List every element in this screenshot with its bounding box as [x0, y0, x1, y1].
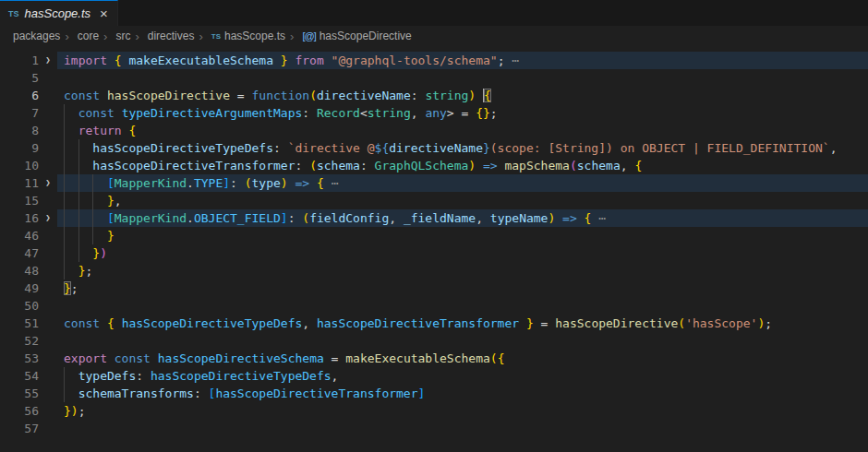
fold-chevron-icon[interactable]: ❯: [39, 209, 57, 227]
code-line[interactable]: 51const { hasScopeDirectiveTypeDefs, has…: [0, 315, 868, 332]
token: }: [92, 246, 100, 260]
token: ): [468, 89, 476, 102]
code-line[interactable]: 55 schemaTransforms: [hasScopeDirectiveT…: [0, 385, 868, 402]
code-line[interactable]: 10 hasScopeDirectiveTransformer: (schema…: [0, 157, 868, 174]
token: =: [230, 89, 251, 102]
tab-hasscope[interactable]: TS hasScope.ts ×: [0, 0, 118, 26]
token: GraphQLSchema: [375, 159, 469, 172]
token: [555, 211, 562, 225]
breadcrumb-item[interactable]: ›TShasScope.ts: [194, 30, 285, 43]
token: [: [107, 176, 115, 190]
code-line[interactable]: 53export const hasScopeDirectiveSchema =…: [0, 350, 868, 367]
close-icon[interactable]: ×: [100, 6, 108, 20]
code-line[interactable]: 48 };: [0, 262, 868, 280]
line-number: 51: [0, 315, 39, 332]
token: :: [360, 159, 375, 172]
gutter-spacer: [39, 192, 57, 209]
code-line[interactable]: 1❯import { makeExecutableSchema } from "…: [0, 52, 868, 69]
code-editor[interactable]: 1❯import { makeExecutableSchema } from "…: [0, 46, 868, 452]
token: (: [245, 176, 252, 190]
token: [476, 159, 483, 172]
chevron-right-icon: ›: [290, 30, 294, 43]
fold-chevron-icon[interactable]: ❯: [39, 174, 57, 192]
breadcrumb: packages›core›src›directives›TShasScope.…: [0, 26, 868, 46]
token: =>: [562, 211, 577, 225]
gutter-spacer: [39, 157, 57, 174]
code-line[interactable]: 8 return {: [0, 122, 868, 139]
token: ]: [223, 176, 230, 190]
gutter-spacer: [39, 104, 57, 122]
token: const: [115, 351, 158, 365]
code-line[interactable]: 11❯ [MapperKind.TYPE]: (type) => { ⋯: [0, 174, 868, 192]
token: schemaTransforms: [78, 387, 194, 400]
breadcrumb-item[interactable]: ›core: [60, 30, 99, 43]
code-line[interactable]: 49};: [0, 280, 868, 297]
token: Record: [317, 106, 360, 120]
token: [519, 316, 526, 330]
token: }: [107, 229, 115, 243]
code-line[interactable]: 15 },: [0, 192, 868, 209]
token: fieldConfig: [309, 211, 389, 225]
code-text: }): [57, 244, 868, 262]
token: ⋯: [591, 211, 606, 225]
code-line[interactable]: 16❯ [MapperKind.OBJECT_FIELD]: (fieldCon…: [0, 209, 868, 227]
code-text: [57, 69, 868, 87]
code-text: [MapperKind.TYPE]: (type) => { ⋯: [57, 174, 868, 192]
token: }: [281, 54, 288, 67]
token: .: [187, 176, 194, 190]
token: hasScopeDirectiveTypeDefs: [151, 369, 332, 383]
code-line[interactable]: 7 const typeDirectiveArgumentMaps: Recor…: [0, 104, 868, 122]
code-line[interactable]: 46 }: [0, 227, 868, 244]
code-text: [57, 297, 868, 315]
token: export: [64, 351, 107, 365]
line-number: 57: [0, 420, 39, 437]
breadcrumb-item[interactable]: ›directives: [130, 30, 194, 43]
breadcrumb-label: hasScope.ts: [224, 30, 285, 42]
breadcrumb-label: directives: [148, 30, 195, 42]
breadcrumb-label: src: [115, 30, 130, 42]
token: [64, 211, 107, 225]
fold-chevron-icon[interactable]: ❯: [39, 52, 57, 69]
token: ;: [85, 264, 92, 278]
line-number: 53: [0, 350, 39, 367]
token: ]: [418, 387, 426, 400]
code-line[interactable]: 5: [0, 69, 868, 87]
code-line[interactable]: 9 hasScopeDirectiveTypeDefs: `directive …: [0, 139, 868, 157]
breadcrumb-item[interactable]: packages: [13, 30, 60, 42]
token: :: [302, 106, 317, 120]
code-line[interactable]: 52: [0, 332, 868, 350]
chevron-right-icon: ›: [135, 30, 139, 43]
token: [64, 387, 78, 400]
code-text: };: [57, 262, 868, 280]
token: directiveName: [389, 141, 483, 155]
token: directiveName: [317, 89, 411, 102]
token: :: [295, 159, 309, 172]
code-line[interactable]: 6const hasScopeDirective = function(dire…: [0, 87, 868, 104]
token: makeExecutableSchema: [345, 351, 490, 365]
code-line[interactable]: 54 typeDefs: hasScopeDirectiveTypeDefs,: [0, 367, 868, 385]
line-number: 48: [0, 262, 39, 280]
token: hasScopeDirectiveTypeDefs: [122, 316, 303, 330]
gutter-spacer: [39, 139, 57, 157]
code-line[interactable]: 47 }): [0, 244, 868, 262]
breadcrumb-item[interactable]: ›[@]hasScopeDirective: [285, 30, 412, 43]
breadcrumb-item[interactable]: ›src: [99, 30, 130, 43]
token: import: [64, 54, 107, 67]
token: const: [64, 316, 107, 330]
code-text: const hasScopeDirective = function(direc…: [57, 87, 868, 104]
code-line[interactable]: 56});: [0, 402, 868, 420]
code-line[interactable]: 50: [0, 297, 868, 315]
gutter-spacer: [39, 297, 57, 315]
gutter-spacer: [39, 402, 57, 420]
gutter-spacer: [39, 280, 57, 297]
token: :: [194, 387, 209, 400]
code-line[interactable]: 57: [0, 420, 868, 437]
token: `directive @: [288, 141, 375, 155]
token: hasScopeDirective: [107, 89, 230, 102]
token: [64, 106, 78, 120]
token: {: [115, 54, 122, 67]
token: :: [136, 369, 151, 383]
token: hasScopeDirectiveTypeDefs: [92, 141, 273, 155]
token: {: [634, 159, 642, 172]
chevron-right-icon: ›: [199, 30, 202, 43]
